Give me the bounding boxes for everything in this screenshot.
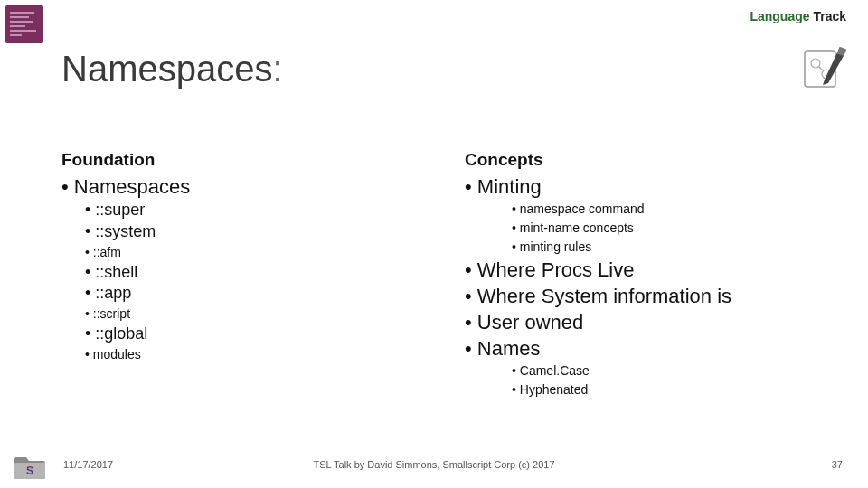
slide: Language Track Namespaces: Foundation Na… <box>0 0 868 488</box>
left-heading: Foundation <box>61 150 429 170</box>
list-item: Hyphenated <box>512 380 832 399</box>
footer: 11/17/2017 TSL Talk by David Simmons, Sm… <box>0 459 868 477</box>
list-item: modules <box>85 345 429 364</box>
track-track: Track <box>813 9 846 23</box>
list-item: User owned <box>465 309 832 335</box>
list-item: mint-name concepts <box>512 219 832 238</box>
list-item: namespace command <box>512 200 832 219</box>
list-item: Names <box>465 335 832 361</box>
list-item: ::shell <box>85 262 429 284</box>
footer-attribution: TSL Talk by David Simmons, Smallscript C… <box>0 459 868 470</box>
right-heading: Concepts <box>465 150 832 170</box>
list-item: ::app <box>85 283 429 305</box>
notebook-pen-icon <box>799 43 850 94</box>
right-column: Concepts Minting namespace command mint-… <box>465 150 832 399</box>
minting-sub: namespace command mint-name concepts min… <box>512 200 832 257</box>
names-sub: Camel.Case Hyphenated <box>512 361 832 399</box>
list-item: ::global <box>85 324 429 345</box>
list-item: ::system <box>85 221 429 243</box>
left-items-a: ::super ::system <box>85 200 429 243</box>
list-item: Where System information is <box>465 283 832 309</box>
svg-rect-0 <box>5 5 43 43</box>
left-items-c: ::global <box>85 324 429 345</box>
footer-page-number: 37 <box>832 459 843 470</box>
list-item: minting rules <box>512 238 832 257</box>
list-item: ::super <box>85 200 429 221</box>
list-item: ::script <box>85 305 429 324</box>
left-root: Namespaces <box>61 174 429 200</box>
left-sub-a: ::afm <box>85 243 429 262</box>
title-text: Namespaces <box>61 49 272 89</box>
right-root: Minting <box>465 174 832 200</box>
left-items-b: ::shell ::app <box>85 262 429 305</box>
left-column: Foundation Namespaces ::super ::system :… <box>61 150 429 399</box>
left-sub-c: modules <box>85 345 429 364</box>
right-rest: Where Procs Live Where System informatio… <box>465 257 832 361</box>
list-item: Where Procs Live <box>465 257 832 283</box>
list-item: Camel.Case <box>512 361 832 380</box>
left-sub-b: ::script <box>85 305 429 324</box>
columns: Foundation Namespaces ::super ::system :… <box>61 150 832 399</box>
list-item: ::afm <box>85 243 429 262</box>
track-label: Language Track <box>750 9 846 23</box>
slide-title: Namespaces: <box>61 49 283 89</box>
terminal-logo-icon <box>5 5 43 43</box>
title-colon: : <box>272 49 282 89</box>
track-language: Language <box>750 9 809 23</box>
